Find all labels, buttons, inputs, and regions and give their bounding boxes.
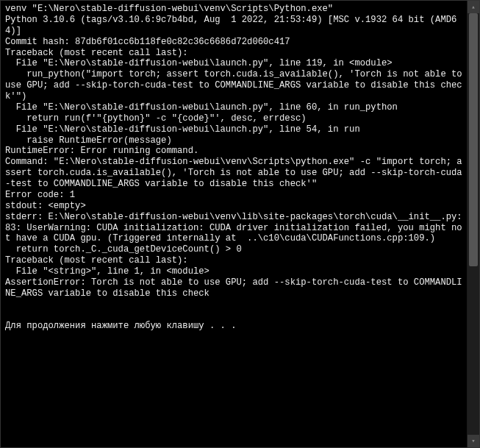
scrollbar-thumb[interactable] xyxy=(469,13,478,266)
chevron-down-icon: ▾ xyxy=(471,437,475,445)
scroll-down-button[interactable]: ▾ xyxy=(468,435,479,447)
console-output[interactable]: venv "E:\Nero\stable-diffusion-webui\ven… xyxy=(1,1,467,447)
scroll-up-button[interactable]: ▴ xyxy=(468,1,479,13)
console-window: venv "E:\Nero\stable-diffusion-webui\ven… xyxy=(0,0,480,448)
vertical-scrollbar[interactable]: ▴ ▾ xyxy=(467,1,479,447)
scrollbar-track[interactable] xyxy=(468,13,479,435)
chevron-up-icon: ▴ xyxy=(471,3,475,11)
